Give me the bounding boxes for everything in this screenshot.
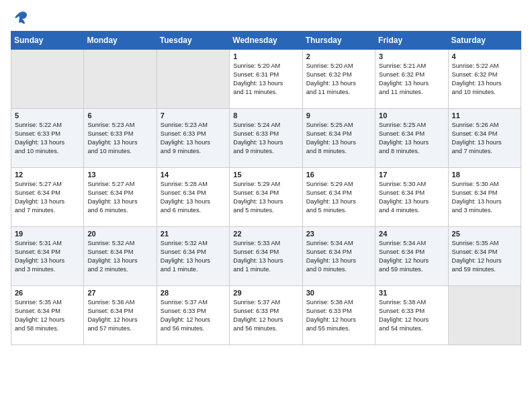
day-number: 5 <box>15 111 80 120</box>
day-number: 19 <box>15 230 80 238</box>
calendar-cell: 15Sunrise: 5:29 AM Sunset: 6:34 PM Dayli… <box>230 168 302 227</box>
day-info: Sunrise: 5:38 AM Sunset: 6:33 PM Dayligh… <box>379 298 444 333</box>
calendar-cell: 12Sunrise: 5:27 AM Sunset: 6:34 PM Dayli… <box>11 168 84 227</box>
day-info: Sunrise: 5:26 AM Sunset: 6:34 PM Dayligh… <box>452 121 517 156</box>
calendar-cell <box>157 50 229 109</box>
page-header <box>11 11 521 23</box>
calendar-cell <box>448 286 521 345</box>
day-number: 27 <box>87 289 152 297</box>
calendar-cell: 1Sunrise: 5:20 AM Sunset: 6:31 PM Daylig… <box>230 50 302 109</box>
weekday-header-wednesday: Wednesday <box>230 32 302 50</box>
calendar-cell: 31Sunrise: 5:38 AM Sunset: 6:33 PM Dayli… <box>375 286 448 345</box>
calendar-week-row: 12Sunrise: 5:27 AM Sunset: 6:34 PM Dayli… <box>11 168 521 227</box>
calendar-cell: 25Sunrise: 5:35 AM Sunset: 6:34 PM Dayli… <box>448 227 521 286</box>
day-info: Sunrise: 5:31 AM Sunset: 6:34 PM Dayligh… <box>15 239 80 274</box>
calendar-cell: 22Sunrise: 5:33 AM Sunset: 6:34 PM Dayli… <box>230 227 302 286</box>
day-number: 25 <box>452 230 517 238</box>
calendar-cell: 21Sunrise: 5:32 AM Sunset: 6:34 PM Dayli… <box>157 227 229 286</box>
calendar-cell: 2Sunrise: 5:20 AM Sunset: 6:32 PM Daylig… <box>302 50 375 109</box>
calendar-cell: 10Sunrise: 5:25 AM Sunset: 6:34 PM Dayli… <box>375 109 448 168</box>
day-info: Sunrise: 5:34 AM Sunset: 6:34 PM Dayligh… <box>379 239 444 274</box>
day-info: Sunrise: 5:34 AM Sunset: 6:34 PM Dayligh… <box>306 239 371 274</box>
day-info: Sunrise: 5:37 AM Sunset: 6:33 PM Dayligh… <box>233 298 298 333</box>
calendar-cell: 6Sunrise: 5:23 AM Sunset: 6:33 PM Daylig… <box>84 109 157 168</box>
day-info: Sunrise: 5:33 AM Sunset: 6:34 PM Dayligh… <box>233 239 298 274</box>
day-number: 10 <box>379 111 444 120</box>
day-number: 11 <box>452 111 517 120</box>
day-number: 17 <box>379 171 444 179</box>
day-number: 6 <box>87 111 152 120</box>
day-number: 30 <box>306 289 371 297</box>
day-info: Sunrise: 5:21 AM Sunset: 6:32 PM Dayligh… <box>379 62 444 97</box>
day-number: 16 <box>306 171 371 179</box>
logo-bird-icon <box>12 11 30 26</box>
calendar-cell: 27Sunrise: 5:36 AM Sunset: 6:34 PM Dayli… <box>84 286 157 345</box>
calendar-cell: 17Sunrise: 5:30 AM Sunset: 6:34 PM Dayli… <box>375 168 448 227</box>
day-info: Sunrise: 5:25 AM Sunset: 6:34 PM Dayligh… <box>306 121 371 156</box>
day-info: Sunrise: 5:29 AM Sunset: 6:34 PM Dayligh… <box>233 180 298 215</box>
calendar-cell: 7Sunrise: 5:23 AM Sunset: 6:33 PM Daylig… <box>157 109 229 168</box>
day-info: Sunrise: 5:30 AM Sunset: 6:34 PM Dayligh… <box>452 180 517 215</box>
weekday-header-tuesday: Tuesday <box>157 32 229 50</box>
day-info: Sunrise: 5:32 AM Sunset: 6:34 PM Dayligh… <box>87 239 152 274</box>
day-number: 26 <box>15 289 80 297</box>
calendar-cell: 11Sunrise: 5:26 AM Sunset: 6:34 PM Dayli… <box>448 109 521 168</box>
day-info: Sunrise: 5:20 AM Sunset: 6:31 PM Dayligh… <box>233 62 298 97</box>
calendar-cell: 28Sunrise: 5:37 AM Sunset: 6:33 PM Dayli… <box>157 286 229 345</box>
calendar-cell: 8Sunrise: 5:24 AM Sunset: 6:33 PM Daylig… <box>230 109 302 168</box>
weekday-header-thursday: Thursday <box>302 32 375 50</box>
calendar-cell: 3Sunrise: 5:21 AM Sunset: 6:32 PM Daylig… <box>375 50 448 109</box>
day-info: Sunrise: 5:37 AM Sunset: 6:33 PM Dayligh… <box>161 298 226 333</box>
weekday-header-saturday: Saturday <box>448 32 521 50</box>
day-info: Sunrise: 5:30 AM Sunset: 6:34 PM Dayligh… <box>379 180 444 215</box>
calendar-cell: 30Sunrise: 5:38 AM Sunset: 6:33 PM Dayli… <box>302 286 375 345</box>
day-number: 3 <box>379 52 444 60</box>
day-number: 24 <box>379 230 444 238</box>
day-info: Sunrise: 5:27 AM Sunset: 6:34 PM Dayligh… <box>15 180 80 215</box>
day-number: 8 <box>233 111 298 120</box>
calendar-cell: 19Sunrise: 5:31 AM Sunset: 6:34 PM Dayli… <box>11 227 84 286</box>
day-info: Sunrise: 5:27 AM Sunset: 6:34 PM Dayligh… <box>87 180 152 215</box>
calendar-cell <box>84 50 157 109</box>
day-number: 20 <box>87 230 152 238</box>
day-info: Sunrise: 5:38 AM Sunset: 6:33 PM Dayligh… <box>306 298 371 333</box>
logo <box>11 11 30 23</box>
calendar-cell: 13Sunrise: 5:27 AM Sunset: 6:34 PM Dayli… <box>84 168 157 227</box>
day-number: 14 <box>161 171 226 179</box>
calendar-cell: 9Sunrise: 5:25 AM Sunset: 6:34 PM Daylig… <box>302 109 375 168</box>
day-info: Sunrise: 5:22 AM Sunset: 6:33 PM Dayligh… <box>15 121 80 156</box>
day-number: 2 <box>306 52 371 60</box>
weekday-header-row: SundayMondayTuesdayWednesdayThursdayFrid… <box>11 32 521 50</box>
day-number: 1 <box>233 52 298 60</box>
calendar-cell: 26Sunrise: 5:35 AM Sunset: 6:34 PM Dayli… <box>11 286 84 345</box>
calendar-week-row: 26Sunrise: 5:35 AM Sunset: 6:34 PM Dayli… <box>11 286 521 345</box>
weekday-header-sunday: Sunday <box>11 32 84 50</box>
day-number: 22 <box>233 230 298 238</box>
day-info: Sunrise: 5:24 AM Sunset: 6:33 PM Dayligh… <box>233 121 298 156</box>
day-number: 15 <box>233 171 298 179</box>
day-number: 13 <box>87 171 152 179</box>
day-info: Sunrise: 5:32 AM Sunset: 6:34 PM Dayligh… <box>161 239 226 274</box>
calendar-cell: 29Sunrise: 5:37 AM Sunset: 6:33 PM Dayli… <box>230 286 302 345</box>
calendar-cell: 18Sunrise: 5:30 AM Sunset: 6:34 PM Dayli… <box>448 168 521 227</box>
day-info: Sunrise: 5:28 AM Sunset: 6:34 PM Dayligh… <box>161 180 226 215</box>
day-info: Sunrise: 5:22 AM Sunset: 6:32 PM Dayligh… <box>452 62 517 97</box>
day-number: 23 <box>306 230 371 238</box>
calendar-cell: 24Sunrise: 5:34 AM Sunset: 6:34 PM Dayli… <box>375 227 448 286</box>
day-number: 12 <box>15 171 80 179</box>
calendar-cell: 5Sunrise: 5:22 AM Sunset: 6:33 PM Daylig… <box>11 109 84 168</box>
day-info: Sunrise: 5:36 AM Sunset: 6:34 PM Dayligh… <box>87 298 152 333</box>
day-number: 28 <box>161 289 226 297</box>
day-info: Sunrise: 5:23 AM Sunset: 6:33 PM Dayligh… <box>87 121 152 156</box>
calendar-week-row: 5Sunrise: 5:22 AM Sunset: 6:33 PM Daylig… <box>11 109 521 168</box>
calendar-week-row: 19Sunrise: 5:31 AM Sunset: 6:34 PM Dayli… <box>11 227 521 286</box>
day-number: 31 <box>379 289 444 297</box>
day-number: 21 <box>161 230 226 238</box>
calendar-week-row: 1Sunrise: 5:20 AM Sunset: 6:31 PM Daylig… <box>11 50 521 109</box>
day-number: 7 <box>161 111 226 120</box>
calendar-cell: 4Sunrise: 5:22 AM Sunset: 6:32 PM Daylig… <box>448 50 521 109</box>
calendar-cell: 23Sunrise: 5:34 AM Sunset: 6:34 PM Dayli… <box>302 227 375 286</box>
day-info: Sunrise: 5:20 AM Sunset: 6:32 PM Dayligh… <box>306 62 371 97</box>
day-number: 9 <box>306 111 371 120</box>
day-info: Sunrise: 5:29 AM Sunset: 6:34 PM Dayligh… <box>306 180 371 215</box>
